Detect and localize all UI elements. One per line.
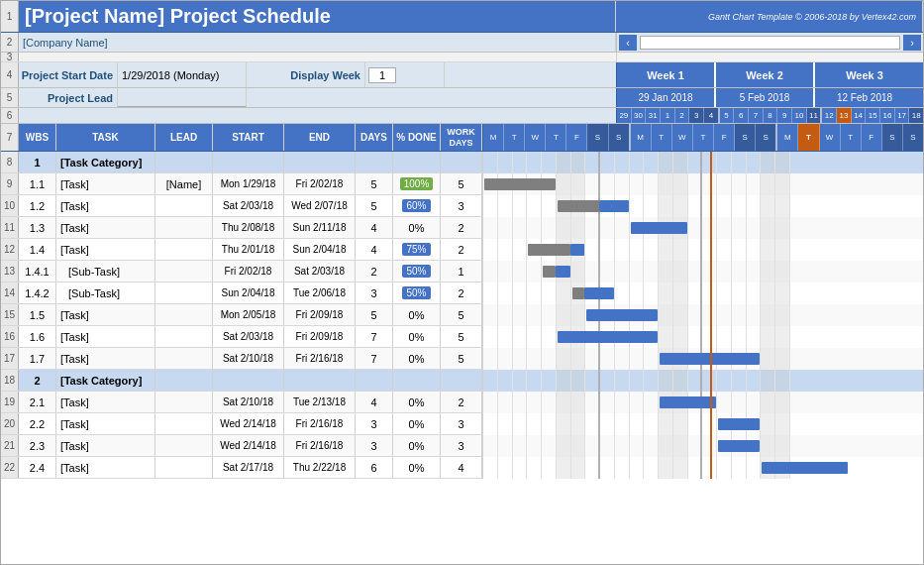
day-num-3: 3 [689,108,704,123]
credit-text: Gantt Chart Template © 2006-2018 by Vert… [708,12,916,22]
display-week-value-cell[interactable] [365,62,445,87]
cell-end: Fri 2/16/18 [284,348,356,369]
cell-task: [Task] [56,195,155,216]
cell-pctdone [393,370,441,391]
gantt-week-dates-row5: 29 Jan 2018 5 Feb 2018 12 Feb 2018 [616,88,923,107]
row-num-19: 19 [1,392,19,412]
cell-wbs: 1.2 [19,195,56,216]
header-lead: LEAD [155,124,213,151]
cell-task: [Task] [56,457,155,478]
header-pctdone: % DONE [393,124,441,151]
scroll-right-button[interactable]: › [903,35,921,51]
cell-days: 5 [356,173,393,194]
day-num-11: 11 [807,108,823,123]
row-num-21: 21 [1,435,19,456]
today-line [710,392,712,413]
day-num-10: 10 [792,108,807,123]
cell-days: 4 [356,217,393,238]
today-line [710,217,712,239]
gantt-bar-area [482,392,923,413]
cell-start: Thu 2/08/18 [213,217,284,238]
cell-wbs: 1.7 [19,348,56,369]
cell-workdays: 2 [441,239,482,260]
cell-wbs: 2 [19,370,56,391]
cell-wbs: 1.5 [19,304,56,325]
cell-end: Sat 2/03/18 [284,261,356,282]
display-week-input[interactable] [368,67,396,83]
cell-workdays [441,152,482,172]
cell-wbs: 1.4.1 [19,261,56,282]
day-lbl-T2: T [546,124,566,151]
gantt-bar-remaining [584,287,614,299]
cell-wbs: 2.2 [19,413,56,434]
header-start: START [213,124,284,151]
gantt-day-nums-row6: 29 30 31 1 2 3 4 5 6 7 8 9 10 11 12 13 1… [616,108,923,123]
table-row: 212.3[Task]Wed 2/14/18Fri 2/16/1830%3 [1,435,923,457]
row-num-20: 20 [1,413,19,434]
day-num-14: 14 [852,108,867,123]
cell-end: Tue 2/06/18 [284,282,356,303]
today-line [710,370,712,392]
data-rows: 81[Task Category]91.1[Task][Name]Mon 1/2… [1,152,923,479]
gantt-bar-remaining [599,200,629,212]
gantt-bar-done [558,200,599,212]
cell-workdays: 2 [441,217,482,238]
day-lbl-S4: S [756,124,777,151]
cell-lead [155,348,213,369]
table-row: 202.2[Task]Wed 2/14/18Fri 2/16/1830%3 [1,413,923,435]
gantt-bar-remaining [558,331,658,343]
week2-date: 5 Feb 2018 [716,88,815,107]
gantt-bar-area [482,370,923,392]
day-num-9: 9 [777,108,792,123]
cell-workdays: 3 [441,435,482,456]
day-lbl-M3: M [777,124,798,151]
cell-task: [Task] [56,173,155,194]
cell-start: Sun 2/04/18 [213,282,284,303]
cell-task: [Task] [56,348,155,369]
scroll-left-button[interactable]: ‹ [619,35,637,51]
day-num-17: 17 [895,108,910,123]
cell-lead [155,304,213,325]
cell-task: [Task] [56,217,155,238]
cell-task: [Task] [56,392,155,412]
gantt-bar-area [482,239,923,261]
gantt-bar-area [482,326,923,348]
day-num-5: 5 [720,108,735,123]
day-num-6: 6 [734,108,749,123]
gantt-bar-done [484,178,556,190]
day-lbl-S1: S [587,124,608,151]
row-num-17: 17 [1,348,19,369]
cell-days: 6 [356,457,393,478]
today-line [710,261,712,282]
day-lbl-S2: S [609,124,631,151]
cell-workdays: 5 [441,326,482,347]
cell-wbs: 2.1 [19,392,56,412]
day-lbl-T5-today: T [798,124,819,151]
table-row: 151.5[Task]Mon 2/05/18Fri 2/09/1850%5 [1,304,923,326]
cell-pctdone [393,152,441,172]
cell-workdays: 5 [441,173,482,194]
cell-wbs: 1.3 [19,217,56,238]
header-end: END [284,124,356,151]
header-wbs: WBS [19,124,56,151]
row-num-22: 22 [1,457,19,478]
row-num-2: 2 [1,33,19,52]
cell-wbs: 2.3 [19,435,56,456]
cell-workdays: 5 [441,348,482,369]
cell-end: Tue 2/13/18 [284,392,356,412]
display-week-label: Display Week [290,69,360,81]
day-lbl-T3: T [652,124,672,151]
row-num-12: 12 [1,239,19,260]
gantt-bar-remaining [556,266,570,278]
table-row: 182[Task Category] [1,370,923,392]
today-line [710,413,712,435]
company-cell: [Company Name] [19,33,616,52]
day-lbl-T4: T [693,124,714,151]
cell-days: 3 [356,435,393,456]
today-line [710,239,712,261]
cell-pctdone: 0% [393,457,441,478]
cell-days: 4 [356,392,393,412]
gantt-bar-area [482,195,923,217]
cell-wbs: 1.4.2 [19,282,56,303]
gantt-bar-area [482,457,923,479]
